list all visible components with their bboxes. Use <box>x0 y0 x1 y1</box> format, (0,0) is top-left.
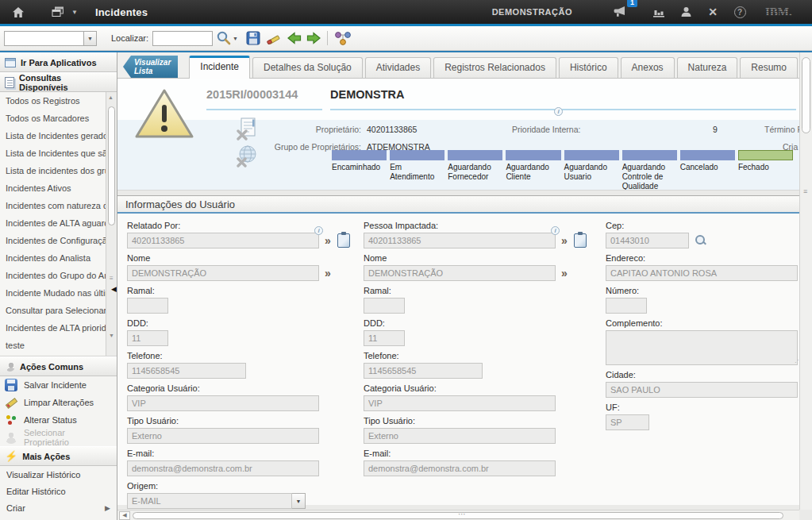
cep-search-icon[interactable] <box>695 235 706 246</box>
query-item-todos-os-marcadores[interactable]: Todos os Marcadores <box>0 110 106 127</box>
pessoa-impactada-info-icon[interactable]: i <box>551 226 560 235</box>
nome-relatado-detail-menu-icon[interactable]: » <box>325 268 331 279</box>
more-action-editar-historico[interactable]: Editar Histórico <box>0 483 117 499</box>
tab-atividades[interactable]: Atividades <box>365 57 431 78</box>
sidebar-section-common-actions[interactable]: Ações Comuns <box>0 356 117 376</box>
previous-record-icon[interactable] <box>287 28 302 48</box>
ddd-relatado-input[interactable] <box>127 330 168 346</box>
owner-info-icon[interactable]: i <box>554 107 563 116</box>
horizontal-scrollbar[interactable]: ◀ <box>117 510 799 520</box>
relatado-por-input[interactable] <box>127 233 319 248</box>
cep-input[interactable] <box>606 233 689 248</box>
numero-input[interactable] <box>606 298 647 314</box>
action-label: Selecionar Proprietário <box>24 428 112 447</box>
horizontal-scroll-thumb[interactable] <box>133 512 783 519</box>
email-impactada-input[interactable] <box>364 460 556 476</box>
query-item-lista-de-incidentes-que-sao-d[interactable]: Lista de Incidentes que são d... <box>0 144 106 162</box>
more-action-visualizar-historico[interactable]: Visualizar Histórico <box>0 466 117 483</box>
query-item-incidentes-de-alta-aguarda[interactable]: Incidentes de ALTA aguarda... <box>0 214 106 232</box>
query-item-incidentes-com-natureza-de-c[interactable]: Incidentes com natureza de c... <box>0 197 106 214</box>
nome-impactada-detail-menu-icon[interactable]: » <box>561 268 568 279</box>
reports-icon[interactable] <box>648 0 669 24</box>
tipo-impactada-input[interactable] <box>364 428 556 444</box>
find-input[interactable] <box>152 31 213 46</box>
ramal-impactada-input[interactable] <box>364 298 405 314</box>
search-options-caret-icon[interactable]: ▼ <box>233 36 238 41</box>
query-item-incidentes-ativos[interactable]: Incidentes Ativos <box>0 179 106 197</box>
query-item-teste[interactable]: teste <box>0 337 106 354</box>
tab-resumo[interactable]: Resumo <box>740 57 798 78</box>
sidebar-section-go-to[interactable]: Ir Para Aplicativos <box>0 52 117 72</box>
applications-icon[interactable] <box>46 0 70 24</box>
email-relatado-input[interactable] <box>127 460 319 476</box>
more-action-visualizar-anss[interactable]: Visualizar ANSs <box>0 516 117 520</box>
query-item-lista-de-incidentes-dos-grup[interactable]: Lista de incidentes dos grup... <box>0 162 106 179</box>
query-item-incidente-mudado-nas-ultima[interactable]: Incidente Mudado nas última... <box>0 284 106 302</box>
telefone-impactada-input[interactable] <box>364 363 483 379</box>
query-select-input[interactable] <box>4 31 83 46</box>
more-action-criar[interactable]: Criar▶ <box>0 499 117 516</box>
action-alterar-status[interactable]: Alterar Status <box>0 411 117 429</box>
action-limpar-alteracoes[interactable]: Limpar Alterações <box>0 394 117 411</box>
applications-caret-icon[interactable]: ▼ <box>71 9 78 16</box>
relatado-por-detail-menu-icon[interactable]: » <box>325 235 331 246</box>
pessoa-impactada-input[interactable] <box>364 233 556 248</box>
cidade-input[interactable] <box>606 382 798 398</box>
vertical-scrollbar[interactable]: ≡ <box>799 52 812 510</box>
sidebar-section-more-actions[interactable]: ⚡ Mais Ações <box>0 446 117 466</box>
ramal-relatado-input[interactable] <box>127 298 168 314</box>
uf-input[interactable] <box>606 414 649 430</box>
tipo-relatado-input[interactable] <box>127 428 319 444</box>
query-select-arrow-icon[interactable]: ▼ <box>83 31 97 46</box>
query-item-consultar-para-selecionar-c[interactable]: Consultar para Selecionar C... <box>0 302 106 319</box>
help-icon[interactable]: ? <box>729 0 750 24</box>
tab-incidente[interactable]: Incidente <box>189 56 250 79</box>
tab-natureza[interactable]: Natureza <box>677 57 738 78</box>
view-list-tab[interactable]: Visualizar Lista <box>123 56 178 78</box>
complemento-input[interactable] <box>606 330 798 365</box>
nome-impactada-input[interactable] <box>364 265 556 281</box>
query-item-incidentes-do-analista[interactable]: Incidentes do Analista <box>0 249 106 267</box>
next-record-icon[interactable] <box>306 28 321 48</box>
scroll-down-icon[interactable]: ▼ <box>109 333 114 338</box>
tab-registros-relacionados[interactable]: Registros Relacionados <box>433 57 556 78</box>
vertical-scroll-thumb[interactable] <box>802 57 810 133</box>
profile-icon[interactable] <box>675 0 696 24</box>
search-icon[interactable] <box>216 28 232 48</box>
relatado-por-goto-icon[interactable] <box>337 233 350 248</box>
queries-scrollbar[interactable]: ▲ ≡ ▼ <box>106 92 117 356</box>
tab-anexos[interactable]: Anexos <box>621 57 675 78</box>
nome-relatado-input[interactable] <box>127 265 319 281</box>
tab-historico[interactable]: Histórico <box>559 57 618 78</box>
workflow-icon[interactable] <box>334 28 352 48</box>
clear-changes-icon[interactable] <box>266 28 282 48</box>
telefone-relatado-input[interactable] <box>127 363 246 379</box>
sidebar-section-available-queries[interactable]: Consultas Disponíveis <box>0 72 117 92</box>
field-email-relatado: E-mail: <box>127 449 356 476</box>
scroll-left-icon[interactable]: ◀ <box>119 511 130 520</box>
pessoa-impactada-goto-icon[interactable] <box>574 233 587 248</box>
tab-bar: Visualizar Lista IncidenteDetalhes da So… <box>117 52 799 79</box>
home-icon[interactable] <box>5 0 32 24</box>
origem-input[interactable] <box>127 493 292 509</box>
query-item-todos-os-registros[interactable]: Todos os Registros <box>0 92 106 110</box>
categoria-impactada-input[interactable] <box>364 395 556 411</box>
query-item-incidentes-de-alta-prioridad[interactable]: Incidentes de ALTA prioridad... <box>0 319 106 337</box>
scroll-up-icon[interactable]: ▲ <box>108 94 114 100</box>
origem-dropdown-arrow-icon[interactable]: ▼ <box>292 493 306 509</box>
sidebar-collapse-icon[interactable]: ◀ <box>111 286 117 293</box>
tab-detalhes-da-solucao[interactable]: Detalhes da Solução <box>252 57 363 78</box>
signout-icon[interactable]: ✕ <box>702 0 723 24</box>
categoria-relatado-input[interactable] <box>127 395 319 411</box>
queries-scroll-thumb[interactable] <box>108 106 115 225</box>
ddd-impactada-input[interactable] <box>364 330 405 346</box>
announcements-icon[interactable]: 1 <box>610 0 631 24</box>
query-item-incidentes-do-grupo-do-anal[interactable]: Incidentes do Grupo do Anal... <box>0 267 106 284</box>
endereco-input[interactable] <box>606 265 798 281</box>
query-item-lista-de-incidentes-gerados[interactable]: Lista de Incidentes gerados ... <box>0 127 106 144</box>
relatado-por-info-icon[interactable]: i <box>314 226 323 235</box>
save-icon[interactable] <box>246 28 260 48</box>
pessoa-impactada-detail-menu-icon[interactable]: » <box>561 235 568 246</box>
query-item-incidentes-de-configuracao[interactable]: Incidentes de Configuração <box>0 232 106 249</box>
action-salvar-incidente[interactable]: Salvar Incidente <box>0 376 117 394</box>
